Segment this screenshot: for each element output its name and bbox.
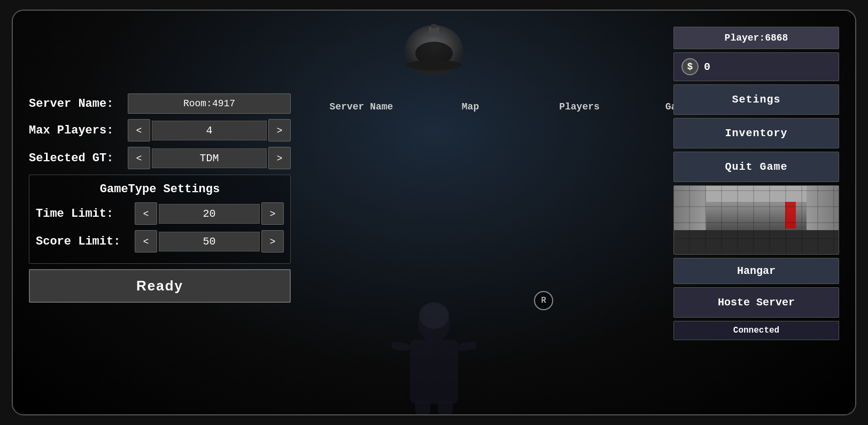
score-limit-label: Score Limit: <box>36 235 135 248</box>
max-players-increment[interactable]: > <box>268 119 291 141</box>
time-limit-stepper: < 20 > <box>135 202 284 225</box>
ready-button[interactable]: Ready <box>29 269 291 303</box>
svg-rect-7 <box>391 341 410 352</box>
time-limit-label: Time Limit: <box>36 207 135 221</box>
svg-rect-8 <box>458 341 477 352</box>
selected-gt-row: Selected GT: < TDM > <box>29 147 291 169</box>
map-name-label[interactable]: Hangar <box>673 258 839 284</box>
svg-rect-10 <box>438 401 453 414</box>
settings-button[interactable]: Setings <box>673 84 839 115</box>
currency-value: 0 <box>704 61 710 73</box>
max-players-stepper: < 4 > <box>128 119 291 141</box>
svg-rect-9 <box>415 401 430 414</box>
gametype-settings-section: GameType Settings Time Limit: < 20 > Sco… <box>29 175 291 264</box>
svg-point-11 <box>419 302 449 329</box>
max-players-row: Max Players: < 4 > <box>29 119 291 141</box>
helmet-image <box>399 21 469 77</box>
r-badge: R <box>534 291 553 310</box>
svg-rect-6 <box>410 340 458 404</box>
gt-decrement[interactable]: < <box>128 147 150 169</box>
time-limit-increment[interactable]: > <box>261 202 284 225</box>
quit-game-button[interactable]: Quit Game <box>673 152 839 182</box>
score-limit-decrement[interactable]: < <box>135 230 157 253</box>
server-name-row: Server Name: Room:4917 <box>29 93 291 114</box>
map-preview-overlay <box>674 186 839 254</box>
col-server-name: Server Name <box>307 101 416 112</box>
score-limit-value: 50 <box>159 232 260 251</box>
col-players: Players <box>525 101 634 112</box>
svg-rect-3 <box>431 24 437 28</box>
right-panel: Player:6868 $ 0 Setings Inventory Quit G… <box>673 27 839 340</box>
game-lobby-frame: Server Name Map Players GameType R Serve… <box>12 10 856 415</box>
gametype-settings-title: GameType Settings <box>36 183 284 196</box>
connection-status: Connected <box>673 321 839 340</box>
score-limit-increment[interactable]: > <box>261 230 284 253</box>
map-preview <box>673 185 839 255</box>
map-preview-visual <box>674 186 839 254</box>
player-header: Player:6868 <box>673 27 839 49</box>
dollar-icon: $ <box>681 58 699 75</box>
selected-gt-label: Selected GT: <box>29 152 128 165</box>
max-players-value: 4 <box>152 121 267 140</box>
host-server-button[interactable]: Hoste Server <box>673 287 839 318</box>
server-name-label: Server Name: <box>29 97 128 111</box>
gt-increment[interactable]: > <box>268 147 291 169</box>
soldier-silhouette <box>354 281 514 414</box>
time-limit-value: 20 <box>159 204 260 224</box>
time-limit-decrement[interactable]: < <box>135 202 157 225</box>
currency-row: $ 0 <box>673 52 839 81</box>
col-map: Map <box>416 101 525 112</box>
svg-point-4 <box>406 60 462 70</box>
server-name-value[interactable]: Room:4917 <box>128 93 291 114</box>
time-limit-row: Time Limit: < 20 > <box>36 202 284 225</box>
score-limit-stepper: < 50 > <box>135 230 284 253</box>
inventory-button[interactable]: Inventory <box>673 118 839 148</box>
selected-gt-stepper: < TDM > <box>128 147 291 169</box>
max-players-decrement[interactable]: < <box>128 119 150 141</box>
selected-gt-value: TDM <box>152 148 267 168</box>
score-limit-row: Score Limit: < 50 > <box>36 230 284 253</box>
left-panel: Server Name: Room:4917 Max Players: < 4 … <box>29 93 291 303</box>
max-players-label: Max Players: <box>29 124 128 137</box>
